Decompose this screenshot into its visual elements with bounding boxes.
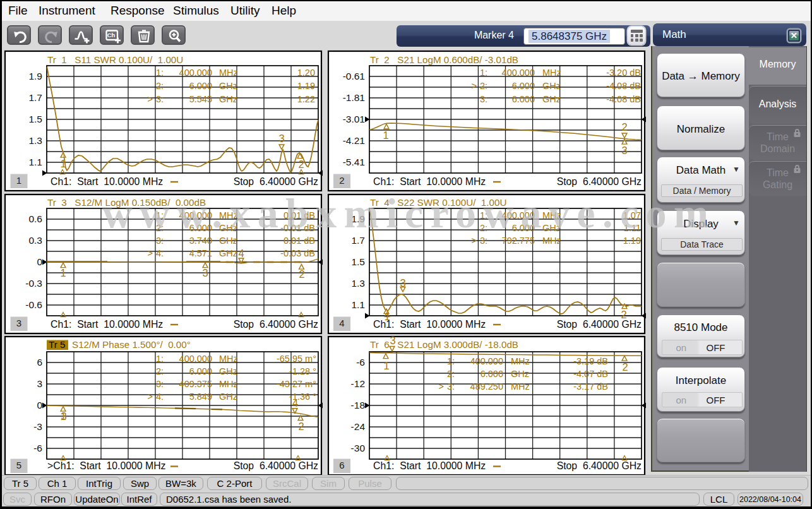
svg-text:MHz: MHz (219, 354, 238, 364)
svg-text:1:: 1: (156, 68, 164, 78)
svg-text:0.6: 0.6 (28, 213, 42, 224)
svg-text:MHz: MHz (542, 236, 561, 246)
svg-text:2: 2 (298, 159, 304, 170)
svg-text:1.9: 1.9 (28, 71, 42, 81)
svg-text:1.19: 1.19 (623, 236, 641, 246)
svg-text:4: 4 (339, 318, 344, 328)
svg-text:Ch1: Start 10.0000 MHz: Ch1: Start 10.0000 MHz (373, 176, 486, 187)
svg-text:Stop 6.40000 GHz: Stop 6.40000 GHz (557, 176, 642, 187)
svg-text:-0.3: -0.3 (25, 278, 42, 289)
svg-text:Stop 6.40000 GHz: Stop 6.40000 GHz (234, 176, 318, 187)
svg-text:3:: 3: (156, 379, 164, 389)
svg-text:3: 3 (278, 133, 284, 144)
svg-text:-6: -6 (33, 443, 42, 453)
svg-text:1.7: 1.7 (28, 92, 42, 103)
svg-text:-30: -30 (351, 443, 366, 453)
svg-text:MHz: MHz (511, 356, 530, 366)
svg-text:-1.81: -1.81 (343, 92, 365, 103)
svg-text:-4.08 dB: -4.08 dB (606, 94, 641, 104)
svg-text:489.250: 489.250 (470, 381, 503, 392)
svg-text:Tr 5: Tr 5 (49, 339, 65, 350)
svg-text:3: 3 (621, 145, 627, 156)
svg-text:GHz: GHz (219, 94, 237, 104)
svg-text:792.775: 792.775 (502, 236, 535, 246)
svg-text:6.000: 6.000 (481, 369, 503, 379)
svg-text:1: 1 (383, 360, 389, 371)
svg-text:0: 0 (37, 400, 42, 410)
svg-text:2: 2 (339, 175, 344, 186)
svg-text:4.571: 4.571 (189, 248, 212, 258)
svg-text:-0.6: -0.6 (25, 299, 42, 310)
svg-text:3:: 3: (447, 381, 455, 392)
svg-text:1.1: 1.1 (351, 299, 365, 310)
svg-text:3: 3 (390, 335, 395, 346)
svg-text:4: 4 (292, 397, 298, 409)
svg-text:-3: -3 (33, 421, 42, 432)
svg-text:3:: 3: (156, 236, 164, 246)
svg-text:MHz: MHz (542, 68, 561, 78)
svg-text:1.5: 1.5 (351, 256, 365, 267)
svg-text:Tr 2 S21 LogM 0.600dB/ -3.0: Tr 2 S21 LogM 0.600dB/ -3.01dB (370, 54, 518, 65)
svg-text:400.000: 400.000 (179, 68, 212, 78)
svg-text:Ch1: Start 10.0000 MHz: Ch1: Start 10.0000 MHz (51, 319, 163, 330)
svg-text:3: 3 (61, 410, 66, 422)
svg-text:-3.01: -3.01 (343, 114, 365, 124)
svg-text:0.01 dB: 0.01 dB (284, 236, 315, 246)
svg-text:2:: 2: (156, 366, 164, 376)
svg-text:1.3: 1.3 (351, 278, 365, 289)
svg-text:1.3: 1.3 (28, 135, 42, 146)
svg-text:0: 0 (37, 256, 42, 267)
svg-text:1.5: 1.5 (28, 114, 42, 124)
svg-text:>Ch1: Start 10.0000 MHz: >Ch1: Start 10.0000 MHz (47, 460, 166, 471)
svg-text:2: 2 (622, 361, 628, 373)
svg-text:1: 1 (383, 129, 388, 141)
svg-text:>: > (439, 381, 444, 392)
svg-text:3: 3 (16, 318, 21, 328)
svg-text:3:: 3: (156, 94, 164, 104)
svg-text:GHz: GHz (542, 81, 561, 91)
svg-text:1:: 1: (480, 68, 487, 78)
svg-text:GHz: GHz (511, 369, 529, 379)
svg-text:1.7: 1.7 (351, 235, 365, 246)
svg-text:2:: 2: (447, 369, 455, 379)
svg-text:6.000: 6.000 (512, 81, 535, 91)
svg-text:Stop 6.40000 GHz: Stop 6.40000 GHz (234, 460, 318, 471)
svg-text:>: > (148, 94, 153, 104)
svg-text:3: 3 (400, 277, 405, 289)
svg-text:-12: -12 (351, 378, 365, 389)
svg-text:5.545: 5.545 (189, 94, 212, 104)
svg-text:Ch1: Start 10.0000 MHz: Ch1: Start 10.0000 MHz (373, 319, 486, 330)
svg-text:MHz: MHz (219, 379, 238, 389)
svg-text:-43.27 m°: -43.27 m° (277, 379, 316, 389)
svg-text:-3.17 dB: -3.17 dB (573, 381, 608, 392)
svg-text:6.000: 6.000 (189, 366, 212, 376)
svg-text:1.22: 1.22 (297, 94, 315, 104)
svg-text:3:: 3: (480, 236, 487, 246)
svg-text:6: 6 (339, 460, 344, 470)
svg-text:1:: 1: (156, 354, 164, 364)
svg-text:GHz: GHz (219, 248, 237, 258)
svg-text:MHz: MHz (511, 381, 530, 392)
svg-text:-0.03 dB: -0.03 dB (280, 248, 315, 258)
svg-text:1: 1 (16, 175, 21, 186)
svg-text:>: > (472, 81, 477, 91)
svg-text:400.000: 400.000 (502, 68, 535, 78)
svg-text:MHz: MHz (219, 68, 238, 78)
svg-text:GHz: GHz (219, 236, 237, 246)
svg-text:1: 1 (60, 158, 66, 169)
svg-text:1:: 1: (447, 356, 455, 366)
svg-text:-6: -6 (356, 357, 365, 368)
svg-text:2: 2 (298, 421, 304, 432)
svg-text:3:: 3: (480, 94, 487, 104)
svg-text:GHz: GHz (542, 94, 561, 104)
svg-text:-3.20 dB: -3.20 dB (606, 68, 641, 78)
svg-text:-18: -18 (351, 400, 365, 410)
svg-text:1.19: 1.19 (297, 81, 315, 91)
svg-text:GHz: GHz (219, 366, 237, 376)
svg-text:-24: -24 (351, 421, 366, 432)
svg-text:2:: 2: (156, 81, 164, 91)
svg-text:-4.08 dB: -4.08 dB (606, 81, 641, 91)
svg-text:GHz: GHz (219, 81, 237, 91)
svg-text:>: > (472, 236, 477, 246)
svg-text:5.849: 5.849 (189, 392, 212, 402)
